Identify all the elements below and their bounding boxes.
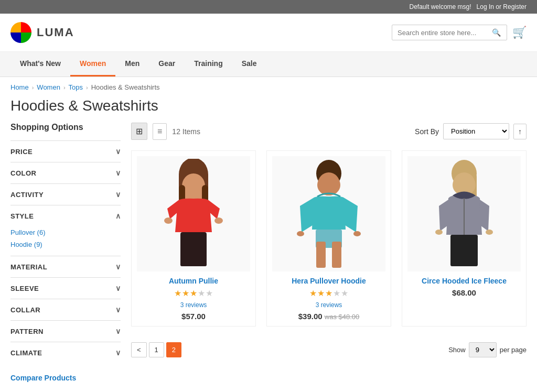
page-1-button[interactable]: 1 [149, 342, 164, 357]
filter-climate-header[interactable]: CLIMATE ∨ [10, 342, 121, 363]
filter-sleeve-header[interactable]: SLEEVE ∨ [10, 278, 121, 299]
logo-area[interactable]: LUMA [10, 22, 74, 43]
filter-style-hoodie[interactable]: Hoodie (9) [10, 238, 121, 251]
svg-rect-9 [180, 237, 192, 266]
svg-rect-17 [316, 242, 326, 268]
filter-material-chevron: ∨ [115, 263, 121, 271]
top-bar: Default welcome msg! Log In or Register [0, 0, 537, 14]
logo-text: LUMA [37, 26, 74, 39]
filter-activity-label: ACTIVITY [10, 191, 44, 199]
product-reviews-1[interactable]: 3 reviews [180, 301, 207, 309]
compare-products-link[interactable]: Compare Products [10, 374, 121, 382]
filter-color-header[interactable]: COLOR ∨ [10, 162, 121, 183]
product-name-3[interactable]: Circe Hooded Ice Fleece [407, 277, 521, 285]
filter-style-chevron: ∧ [115, 212, 121, 220]
cart-icon[interactable]: 🛒 [512, 26, 527, 39]
svg-point-25 [435, 230, 443, 235]
product-name-2[interactable]: Hera Pullover Hoodie [272, 277, 385, 285]
sort-select[interactable]: Position Product Name Price [443, 123, 509, 139]
svg-point-14 [353, 231, 361, 236]
breadcrumb-sep-3: › [86, 84, 88, 91]
or-text: or [496, 3, 501, 10]
breadcrumb-current: Hoodies & Sweatshirts [91, 83, 160, 91]
nav-whats-new[interactable]: What's New [10, 52, 70, 77]
filter-collar-label: COLLAR [10, 306, 40, 314]
nav-women[interactable]: Women [70, 52, 115, 77]
product-name-1[interactable]: Autumn Pullie [137, 277, 250, 285]
per-page-label: per page [500, 346, 527, 354]
search-input[interactable] [398, 29, 492, 37]
nav-sale[interactable]: Sale [232, 52, 266, 77]
filter-climate-chevron: ∨ [115, 349, 121, 357]
nav-men[interactable]: Men [115, 52, 149, 77]
filter-color-chevron: ∨ [115, 169, 121, 177]
grid-view-button[interactable]: ⊞ [131, 123, 147, 140]
content-wrapper: Shopping Options PRICE ∨ COLOR ∨ ACTIVIT… [0, 123, 537, 392]
nav-training[interactable]: Training [185, 52, 232, 77]
show-label: Show [448, 346, 466, 354]
filter-color-label: COLOR [10, 169, 36, 177]
filter-activity-header[interactable]: ACTIVITY ∨ [10, 184, 121, 205]
filter-material-header[interactable]: MATERIAL ∨ [10, 256, 121, 277]
page-prev-button[interactable]: < [131, 342, 147, 357]
filter-style-header[interactable]: STYLE ∧ [10, 205, 121, 226]
breadcrumb: Home › Women › Tops › Hoodies & Sweatshi… [0, 77, 537, 97]
product-card-3: Circe Hooded Ice Fleece $68.00 [402, 150, 527, 326]
filter-price-header[interactable]: PRICE ∨ [10, 141, 121, 162]
main-nav: What's New Women Men Gear Training Sale [0, 52, 537, 77]
product-figure-1 [152, 159, 235, 269]
list-view-button[interactable]: ≡ [153, 123, 167, 140]
header: LUMA 🔍 🛒 [0, 14, 537, 52]
filter-pattern-chevron: ∨ [115, 327, 121, 335]
product-figure-3 [422, 159, 506, 269]
breadcrumb-home[interactable]: Home [10, 83, 29, 91]
register-link[interactable]: Register [503, 3, 527, 10]
filter-material: MATERIAL ∨ [10, 256, 121, 277]
filter-price: PRICE ∨ [10, 140, 121, 162]
filter-sleeve-chevron: ∨ [115, 284, 121, 292]
product-old-price-2: was $48.00 [325, 313, 360, 321]
nav-gear[interactable]: Gear [149, 52, 185, 77]
search-box[interactable]: 🔍 [392, 25, 507, 40]
product-image-3 [407, 156, 521, 271]
filter-style-pullover[interactable]: Pullover (6) [10, 226, 121, 238]
filter-pattern-label: PATTERN [10, 328, 44, 335]
filter-climate: CLIMATE ∨ [10, 342, 121, 363]
product-image-2 [272, 156, 385, 271]
per-page: Show 9 15 30 per page [448, 342, 527, 357]
filter-activity: ACTIVITY ∨ [10, 183, 121, 205]
toolbar: ⊞ ≡ 12 Items Sort By Position Product Na… [131, 123, 527, 140]
search-button[interactable]: 🔍 [492, 28, 501, 37]
svg-point-7 [164, 217, 173, 224]
product-price-2: $39.00 was $48.00 [272, 312, 385, 321]
filter-pattern: PATTERN ∨ [10, 320, 121, 342]
sort-direction-button[interactable]: ↑ [513, 124, 527, 139]
product-reviews-2[interactable]: 3 reviews [316, 301, 342, 309]
svg-rect-28 [466, 240, 477, 266]
login-link[interactable]: Log In [477, 3, 494, 10]
svg-point-6 [214, 217, 223, 224]
product-price-3: $68.00 [407, 288, 521, 297]
filter-collar-header[interactable]: COLLAR ∨ [10, 299, 121, 320]
filter-pattern-header[interactable]: PATTERN ∨ [10, 321, 121, 342]
breadcrumb-women[interactable]: Women [37, 83, 60, 91]
filter-style-label: STYLE [10, 212, 34, 220]
page-2-button[interactable]: 2 [166, 342, 181, 357]
breadcrumb-tops[interactable]: Tops [69, 83, 83, 91]
main-content: ⊞ ≡ 12 Items Sort By Position Product Na… [131, 123, 527, 382]
filter-activity-chevron: ∨ [115, 190, 121, 199]
sort-label: Sort By [415, 127, 439, 136]
per-page-select[interactable]: 9 15 30 [469, 342, 497, 357]
svg-point-13 [318, 172, 340, 195]
bottom-toolbar: < 1 2 Show 9 15 30 per page [131, 342, 527, 357]
product-stars-1: ★★★★★ [137, 288, 250, 298]
breadcrumb-sep-2: › [63, 84, 66, 91]
product-image-1 [137, 156, 250, 271]
pagination: < 1 2 [131, 342, 181, 357]
svg-rect-27 [451, 240, 463, 266]
filter-color: COLOR ∨ [10, 162, 121, 183]
svg-point-24 [486, 230, 493, 235]
toolbar-right: Sort By Position Product Name Price ↑ [415, 123, 527, 139]
breadcrumb-sep-1: › [32, 84, 34, 91]
filter-material-label: MATERIAL [10, 263, 47, 271]
